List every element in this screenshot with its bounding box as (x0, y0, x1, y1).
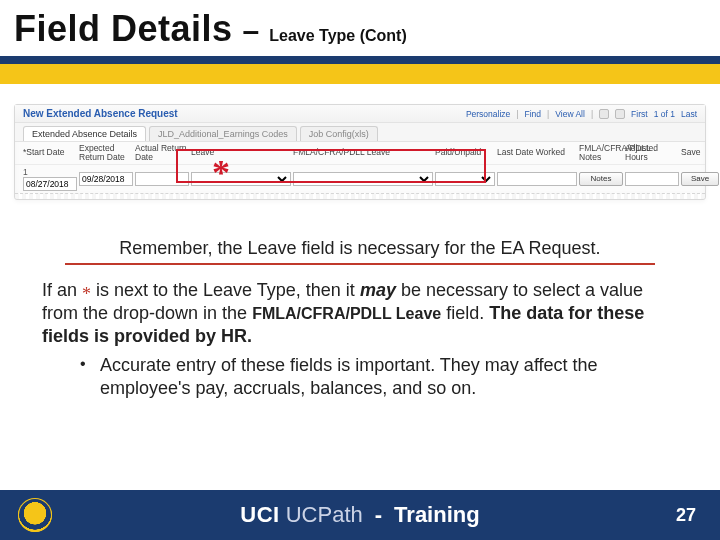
col-fmlanotes: FMLA/CFRA/PDLL Notes (579, 144, 623, 162)
footer-training: Training (394, 502, 480, 528)
nav-last[interactable]: Last (681, 109, 697, 119)
tab-config[interactable]: Job Config(xls) (300, 126, 378, 141)
body-paragraph: If an * is next to the Leave Type, then … (0, 265, 720, 348)
slide-title-dash: – (243, 14, 260, 48)
nav-range: 1 of 1 (654, 109, 675, 119)
footer-ucpath: UCPath (286, 502, 363, 528)
footer-center: UCI UCPath - Training (0, 502, 720, 528)
body-may: may (360, 280, 396, 300)
slide-title-sub: Leave Type (Cont) (269, 27, 407, 45)
bullet-1: Accurate entry of these fields is import… (0, 348, 720, 400)
export-icon[interactable] (615, 109, 625, 119)
nav-find[interactable]: Find (525, 109, 542, 119)
last-worked-input[interactable] (497, 172, 577, 186)
nav-viewall[interactable]: View All (555, 109, 585, 119)
row-number: 1 (23, 167, 28, 177)
blue-bar (0, 56, 720, 64)
gold-bar (0, 64, 720, 84)
notes-button[interactable]: Notes (579, 172, 623, 186)
col-save: Save (681, 148, 719, 157)
col-lastworked: Last Date Worked (497, 148, 577, 157)
body-1d: field. (441, 303, 489, 323)
save-button[interactable]: Save (681, 172, 719, 186)
footer: UCI UCPath - Training 27 (0, 490, 720, 540)
actual-return-input[interactable] (135, 172, 189, 186)
tab-strip: Extended Absence Details JLD_Additional_… (15, 123, 705, 142)
inline-asterisk: * (82, 284, 91, 304)
expected-return-input[interactable] (79, 172, 133, 186)
slide-title-main: Field Details (14, 8, 233, 50)
adjusted-hours-input[interactable] (625, 172, 679, 186)
page-number: 27 (676, 505, 696, 526)
paid-select[interactable] (435, 172, 495, 186)
footer-dash: - (375, 502, 382, 528)
form-header: New Extended Absence Request Personalize… (15, 105, 705, 123)
start-date-input[interactable] (23, 177, 77, 191)
col-fmla: FMLA/CFRA/PDLL Leave (293, 148, 433, 157)
col-actual: Actual Return Date (135, 144, 189, 162)
form-screenshot-area: New Extended Absence Request Personalize… (0, 84, 720, 206)
form-frame: New Extended Absence Request Personalize… (14, 104, 706, 200)
torn-edge (15, 193, 705, 199)
grid-icon[interactable] (599, 109, 609, 119)
data-row: 1 Notes Save Submit (15, 165, 705, 193)
body-1b: is next to the Leave Type, then it (91, 280, 360, 300)
remember-line: Remember, the Leave field is necessary f… (70, 238, 650, 259)
form-header-title: New Extended Absence Request (23, 108, 178, 119)
bullet-1-strong: Accurate entry (100, 355, 216, 375)
col-leave: Leave (191, 148, 291, 157)
body-1a: If an (42, 280, 82, 300)
tab-details[interactable]: Extended Absence Details (23, 126, 146, 141)
column-headers: *Start Date Expected Return Date Actual … (15, 142, 705, 164)
uc-seal-icon (18, 498, 52, 532)
leave-select[interactable] (191, 172, 291, 186)
col-adjusted: Adjusted Hours (625, 144, 679, 162)
col-start: *Start Date (23, 148, 77, 157)
tab-earnings[interactable]: JLD_Additional_Earnings Codes (149, 126, 297, 141)
col-expected: Expected Return Date (79, 144, 133, 162)
nav-first[interactable]: First (631, 109, 648, 119)
col-paid: Paid/Unpaid (435, 148, 495, 157)
body-fmla: FMLA/CFRA/PDLL Leave (252, 305, 441, 322)
nav-personalize[interactable]: Personalize (466, 109, 510, 119)
footer-uci: UCI (240, 502, 279, 528)
form-nav: Personalize| Find| View All| First 1 of … (466, 109, 697, 119)
fmla-select[interactable] (293, 172, 433, 186)
